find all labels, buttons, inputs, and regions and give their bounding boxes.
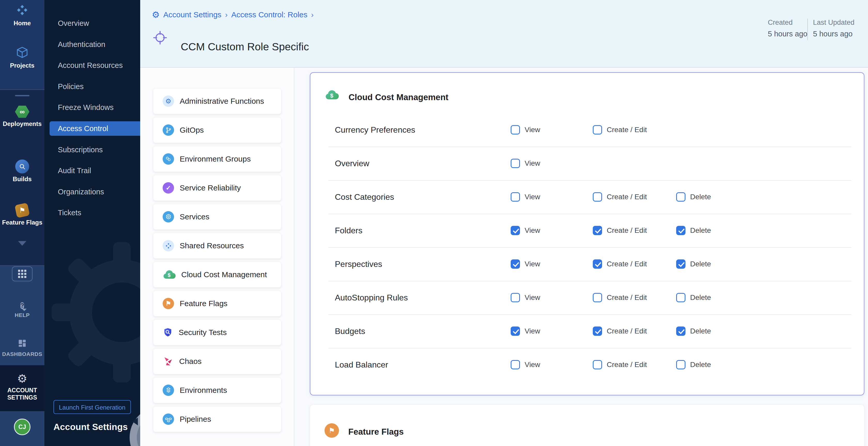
help-icon: ? (21, 302, 24, 309)
permission-autostopping-rules-create-edit[interactable]: Create / Edit (593, 293, 647, 302)
sidebar-item-account-resources[interactable]: Account Resources (44, 58, 140, 72)
last-updated-value: 5 hours ago (813, 30, 855, 38)
category-label: GitOps (180, 126, 204, 134)
permission-autostopping-rules-delete[interactable]: Delete (676, 293, 711, 302)
permission-load-balancer-create-edit[interactable]: Create / Edit (593, 360, 647, 369)
permission-folders-create-edit[interactable]: Create / Edit (593, 226, 647, 235)
category-label: Shared Resources (180, 241, 244, 250)
rail-item-projects[interactable]: Projects (0, 46, 44, 69)
checkbox-unchecked[interactable] (593, 360, 602, 369)
rail-item-more-modules[interactable] (0, 246, 44, 250)
checkbox-checked[interactable] (593, 326, 602, 336)
permission-load-balancer-view[interactable]: View (511, 360, 540, 369)
rail-item-home[interactable]: Home (0, 4, 44, 27)
permission-cost-categories-view[interactable]: View (511, 192, 540, 201)
permission-label: Create / Edit (607, 226, 647, 234)
checkbox-unchecked[interactable] (511, 360, 520, 369)
sidebar-item-access-control[interactable]: Access Control (50, 121, 140, 136)
gear-watermark-icon (44, 225, 140, 400)
checkbox-checked[interactable] (593, 259, 602, 269)
checkbox-unchecked[interactable] (593, 293, 602, 302)
sidebar-item-authentication[interactable]: Authentication (44, 37, 140, 52)
environment-groups-icon (163, 153, 174, 165)
category-chaos[interactable]: Chaos (153, 348, 281, 374)
checkbox-unchecked[interactable] (511, 192, 520, 201)
app-window: Home Projects ∞ Deployments Builds ⚑ Fea… (0, 0, 868, 446)
checkbox-checked[interactable] (511, 326, 520, 336)
rail-item-deployments[interactable]: ∞ Deployments (0, 105, 44, 128)
permission-currency-preferences-create-edit[interactable]: Create / Edit (593, 125, 647, 134)
avatar[interactable]: CJ (14, 419, 30, 435)
checkbox-unchecked[interactable] (593, 192, 602, 201)
sidebar-item-freeze-windows[interactable]: Freeze Windows (44, 100, 140, 115)
permission-autostopping-rules-view[interactable]: View (511, 293, 540, 302)
category-service-reliability[interactable]: ✓Service Reliability (153, 175, 281, 201)
checkbox-checked[interactable] (593, 226, 602, 235)
launch-first-generation-button[interactable]: Launch First Generation (54, 400, 131, 414)
permission-folders-delete[interactable]: Delete (676, 226, 711, 235)
category-cloud-cost-management[interactable]: $Cloud Cost Management (153, 262, 281, 288)
sidebar-item-organizations[interactable]: Organizations (44, 185, 140, 199)
checkbox-checked[interactable] (511, 226, 520, 235)
category-label: Environment Groups (180, 155, 251, 163)
checkbox-unchecked[interactable] (511, 293, 520, 302)
sidebar-item-audit-trail[interactable]: Audit Trail (44, 163, 140, 178)
checkbox-unchecked[interactable] (593, 125, 602, 134)
module-switcher-button[interactable] (12, 266, 33, 281)
sidebar-item-overview[interactable]: Overview (44, 16, 140, 30)
permission-label: View (525, 226, 540, 234)
checkbox-checked[interactable] (511, 259, 520, 269)
created-meta: Created 5 hours ago (768, 19, 807, 38)
chevron-down-icon (18, 241, 26, 250)
category-feature-flags[interactable]: ⚑Feature Flags (153, 291, 281, 316)
breadcrumb-account-settings[interactable]: Account Settings (163, 10, 221, 19)
permission-cost-categories-create-edit[interactable]: Create / Edit (593, 192, 647, 201)
permission-perspectives-delete[interactable]: Delete (676, 259, 711, 269)
rail-item-account-settings[interactable]: ⚙ ACCOUNT SETTINGS (0, 373, 44, 401)
permission-folders-view[interactable]: View (511, 226, 540, 235)
breadcrumb-access-control-roles[interactable]: Access Control: Roles (231, 10, 308, 19)
category-administrative-functions[interactable]: ⚙Administrative Functions (153, 88, 281, 114)
permission-currency-preferences-view[interactable]: View (511, 125, 540, 134)
checkbox-unchecked[interactable] (511, 159, 520, 168)
permission-overview-view[interactable]: View (511, 159, 540, 168)
permission-perspectives-view[interactable]: View (511, 259, 540, 269)
category-security-tests[interactable]: Security Tests (153, 320, 281, 345)
category-services[interactable]: Services (153, 204, 281, 230)
rail-item-dashboards[interactable]: DASHBOARDS (0, 339, 44, 357)
permission-budgets-create-edit[interactable]: Create / Edit (593, 326, 647, 336)
category-pipelines[interactable]: Pipelines (153, 406, 281, 432)
permission-perspectives-create-edit[interactable]: Create / Edit (593, 259, 647, 269)
checkbox-unchecked[interactable] (511, 125, 520, 134)
category-shared-resources[interactable]: Shared Resources (153, 233, 281, 259)
rail-item-builds[interactable]: Builds (0, 160, 44, 183)
collapse-sidebar-icon[interactable] (132, 418, 138, 425)
checkbox-checked[interactable] (676, 226, 685, 235)
sidebar-item-tickets[interactable]: Tickets (44, 205, 140, 220)
category-environments[interactable]: Environments (153, 377, 281, 403)
checkbox-checked[interactable] (676, 259, 685, 269)
sidebar-item-policies[interactable]: Policies (44, 79, 140, 94)
category-gitops[interactable]: GitOps (153, 117, 281, 143)
last-updated-meta: Last Updated 5 hours ago (813, 19, 855, 38)
checkbox-checked[interactable] (676, 326, 685, 336)
dashboards-icon (18, 344, 27, 349)
category-label: Pipelines (180, 415, 211, 423)
rail-item-profile[interactable]: CJ (0, 419, 44, 435)
permission-label: Delete (690, 226, 711, 234)
checkbox-unchecked[interactable] (676, 192, 685, 201)
checkbox-unchecked[interactable] (676, 360, 685, 369)
rail-item-label: ACCOUNT SETTINGS (0, 387, 44, 401)
permission-budgets-delete[interactable]: Delete (676, 326, 711, 336)
rail-item-help[interactable]: ? HELP (0, 301, 44, 318)
permission-load-balancer-delete[interactable]: Delete (676, 360, 711, 369)
permission-budgets-view[interactable]: View (511, 326, 540, 336)
category-environment-groups[interactable]: Environment Groups (153, 146, 281, 172)
rail-item-label: Deployments (0, 120, 44, 128)
rail-item-feature-flags[interactable]: ⚑ Feature Flags (0, 204, 44, 226)
permission-label: Delete (690, 260, 711, 268)
feature-flags-circle-icon: ⚑ (324, 423, 339, 438)
sidebar-item-subscriptions[interactable]: Subscriptions (44, 142, 140, 157)
checkbox-unchecked[interactable] (676, 293, 685, 302)
permission-cost-categories-delete[interactable]: Delete (676, 192, 711, 201)
